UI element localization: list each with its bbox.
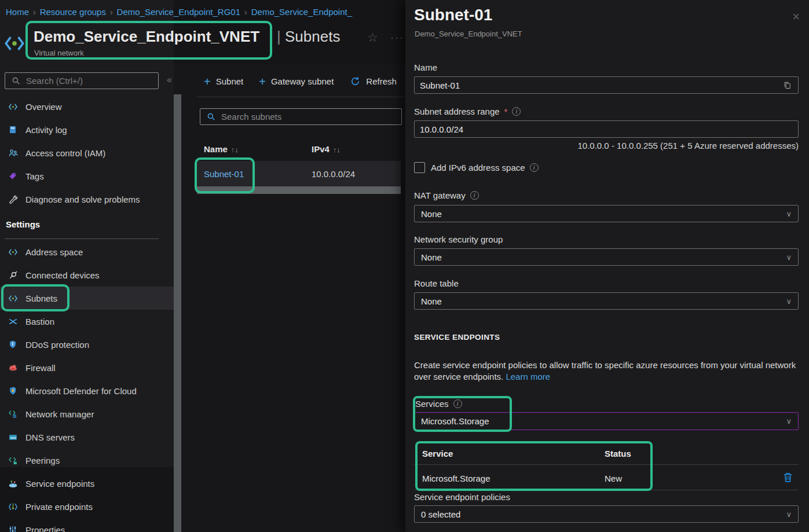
nsg-select[interactable]: None ∨ [414, 248, 799, 266]
firewall-cloud-icon [7, 362, 19, 373]
sidebar-item-properties[interactable]: Properties [0, 518, 174, 532]
chevron-down-icon: ∨ [786, 417, 792, 425]
sidebar-item-firewall[interactable]: Firewall [0, 356, 174, 379]
nat-gateway-label: NAT gateway [414, 190, 479, 200]
column-header-ipv4[interactable]: IPv4↑↓ [312, 144, 341, 154]
info-icon[interactable] [453, 399, 462, 408]
breadcrumb: Home › Resource groups › Demo_Service_En… [6, 7, 352, 17]
chevron-down-icon: ∨ [786, 510, 792, 519]
sidebar-item-ddos-protection[interactable]: DDoS protection [0, 333, 174, 356]
services-select[interactable]: Microsoft.Storage ∨ [414, 412, 799, 430]
policies-select[interactable]: 0 selected ∨ [414, 505, 799, 523]
sidebar-item-peerings[interactable]: Peerings [0, 449, 174, 472]
sidebar-item-label: Diagnose and solve problems [25, 195, 140, 204]
copy-icon[interactable] [781, 79, 793, 91]
sidebar-scrollbar[interactable] [174, 94, 181, 532]
breadcrumb-separator-icon: › [110, 8, 113, 17]
sidebar-item-subnets[interactable]: Subnets [0, 287, 174, 310]
private-endpoints-icon [7, 501, 19, 512]
shield-icon [7, 339, 19, 350]
table-row-subnet-01[interactable]: Subnet-01 10.0.0.0/24 [197, 161, 401, 186]
sidebar-item-overview[interactable]: Overview [0, 95, 174, 118]
sidebar-item-tags[interactable]: Tags [0, 164, 174, 188]
name-field[interactable]: Subnet-01 [414, 76, 799, 94]
sidebar-item-defender[interactable]: Microsoft Defender for Cloud [0, 379, 174, 402]
chevron-down-icon: ∨ [786, 297, 792, 306]
search-icon [205, 111, 217, 123]
plus-icon: + [204, 76, 211, 87]
wrench-icon [7, 193, 19, 205]
title-pipe: | [277, 28, 281, 46]
dns-servers-icon: www [7, 431, 19, 443]
sidebar-search-input[interactable] [26, 76, 153, 86]
column-header-name[interactable]: Name↑↓ [204, 144, 239, 154]
sidebar-item-label: Address space [25, 247, 83, 257]
nat-gateway-select[interactable]: None ∨ [414, 205, 799, 222]
breadcrumb-vnet[interactable]: Demo_Service_Endpoint_ [251, 7, 352, 17]
subnets-search-input[interactable] [221, 112, 397, 122]
breadcrumb-home[interactable]: Home [6, 7, 29, 17]
add-subnet-button[interactable]: + Subnet [204, 76, 243, 87]
info-icon[interactable] [512, 107, 521, 116]
add-subnet-label: Subnet [216, 76, 244, 86]
close-icon[interactable]: × [792, 9, 800, 24]
sidebar-item-diagnose[interactable]: Diagnose and solve problems [0, 188, 174, 211]
sidebar-item-label: Connected devices [25, 270, 100, 280]
favorite-star-icon[interactable]: ☆ [367, 31, 378, 45]
panel-title: Subnet-01 [414, 6, 492, 24]
service-row-name: Microsoft.Storage [422, 474, 490, 483]
breadcrumb-separator-icon: › [33, 8, 36, 17]
sidebar-item-label: Microsoft Defender for Cloud [25, 386, 137, 396]
sidebar-item-label: Peerings [25, 456, 60, 465]
policies-value: 0 selected [421, 509, 460, 519]
route-table-select[interactable]: None ∨ [414, 292, 799, 310]
subnet-edit-panel: Subnet-01 Demo_Service_Endpoint_VNET × N… [405, 0, 809, 532]
subnet-name-link[interactable]: Subnet-01 [204, 169, 312, 179]
ipv6-checkbox[interactable] [414, 162, 425, 173]
sidebar-item-network-manager[interactable]: Network manager [0, 402, 174, 425]
access-control-icon [7, 147, 19, 159]
subnets-search[interactable] [200, 108, 402, 125]
sidebar-item-bastion[interactable]: Bastion [0, 310, 174, 333]
column-name-label: Name [204, 144, 228, 154]
add-gateway-subnet-button[interactable]: + Gateway subnet [259, 76, 334, 87]
chevron-down-icon: ∨ [786, 253, 792, 262]
info-icon[interactable] [530, 163, 539, 172]
breadcrumb-resource-group[interactable]: Demo_Service_Endpoint_RG01 [117, 7, 240, 17]
more-options-icon[interactable]: ··· [390, 32, 404, 44]
delete-service-button[interactable] [782, 471, 793, 483]
sidebar-item-access-control[interactable]: Access control (IAM) [0, 141, 174, 164]
nat-gateway-label-text: NAT gateway [414, 190, 466, 200]
service-column-header: Service [422, 449, 453, 458]
sidebar-item-label: Activity log [25, 125, 67, 135]
subnets-toolbar: + Subnet + Gateway subnet Refresh [204, 74, 397, 89]
sidebar-collapse-icon[interactable]: « [167, 75, 172, 85]
overview-icon [7, 101, 19, 112]
sidebar-divider [5, 239, 159, 239]
breadcrumb-resource-groups[interactable]: Resource groups [40, 7, 106, 17]
service-row-status: New [605, 474, 622, 483]
learn-more-link[interactable]: Learn more [506, 372, 550, 381]
table-horizontal-scrollbar[interactable] [197, 186, 401, 194]
sidebar-settings-header: Settings [6, 219, 40, 229]
refresh-button[interactable]: Refresh [349, 76, 397, 87]
sidebar-item-private-endpoints[interactable]: Private endpoints [0, 495, 174, 518]
sidebar-item-label: DDoS protection [25, 340, 89, 350]
peerings-icon [7, 454, 19, 466]
sidebar-search[interactable] [5, 72, 159, 89]
name-value: Subnet-01 [420, 80, 460, 90]
sidebar-item-label: Network manager [25, 409, 94, 419]
refresh-label: Refresh [366, 76, 397, 86]
sidebar-item-activity-log[interactable]: Activity log [0, 118, 174, 141]
sidebar-item-label: Subnets [25, 293, 57, 303]
sidebar-item-address-space[interactable]: Address space [0, 240, 174, 263]
plus-icon: + [259, 76, 266, 87]
services-value: Microsoft.Storage [421, 416, 489, 426]
sidebar-item-connected-devices[interactable]: Connected devices [0, 263, 174, 287]
service-endpoints-description: Create service endpoint policies to allo… [414, 359, 799, 383]
address-range-field[interactable]: 10.0.0.0/24 [414, 120, 799, 138]
sidebar-item-dns-servers[interactable]: www DNS servers [0, 425, 174, 449]
sidebar-item-service-endpoints[interactable]: Service endpoints [0, 472, 174, 495]
info-icon[interactable] [470, 191, 479, 200]
page-section-title: Subnets [285, 28, 340, 46]
